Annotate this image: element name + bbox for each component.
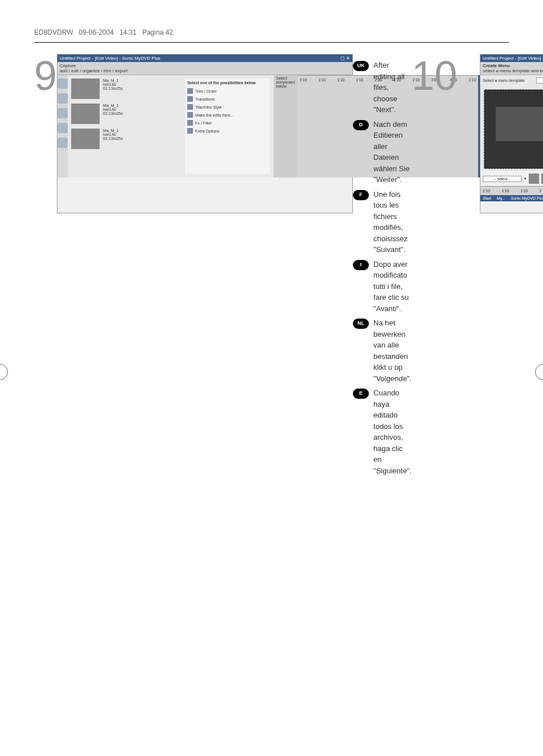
app-header: Create Menu select a menu template and e… — [480, 62, 543, 75]
lang-badge-f: F — [353, 190, 369, 200]
option-icon — [187, 128, 193, 134]
chevron-down-icon[interactable]: ▾ — [524, 176, 526, 181]
lang-badge-d: D — [353, 120, 369, 130]
template-select-label: Select a menu template — [483, 79, 525, 82]
instruction-text: Nach dem Editieren aller Dateien wählen … — [373, 119, 412, 185]
lang-badge-e: E — [353, 389, 369, 399]
thumb-image — [71, 129, 100, 149]
bottom-toolbar: - select - ▾ — [480, 171, 543, 186]
menu-capture[interactable]: Capture — [60, 63, 76, 68]
option-item[interactable]: Transitions — [187, 95, 268, 103]
thumb-filename: hero.tiv — [103, 133, 123, 137]
doc-date: 09-06-2004 — [79, 28, 113, 36]
lang-badge-i: I — [353, 260, 369, 270]
section-subheading: select a menu template and edit the ... — [483, 68, 543, 73]
toolbar-text: add / edit / organize / trim / export — [60, 68, 127, 73]
instruction-text: Une fois tous les fichiers modifiés, cho… — [373, 189, 412, 255]
doc-page-label: Pagina 42 — [142, 28, 173, 36]
tool-icon[interactable] — [57, 93, 68, 104]
thumb-title: Ma_M_1 — [103, 129, 123, 133]
lang-badge-uk: UK — [353, 61, 369, 71]
screenshot-step-9: Untitled Project - [Edit Video] - Sonic … — [57, 54, 353, 213]
dropdown-select[interactable]: - select - — [483, 176, 522, 182]
storyboard-label: Select storyboard below — [274, 75, 297, 177]
option-item[interactable]: Extra Options — [187, 127, 268, 135]
app-title-text: Untitled Project - [Edit Video] - Sonic … — [483, 56, 543, 61]
app-titlebar: Untitled Project - [Edit Video] - Sonic … — [480, 55, 543, 62]
option-item[interactable]: Title/Intro Style — [187, 103, 268, 111]
tool-button[interactable] — [529, 173, 539, 184]
preview-thumb — [496, 107, 543, 141]
tool-icon[interactable] — [57, 123, 68, 133]
thumb-filename: hero.tiv — [103, 82, 123, 86]
crop-mark-icon — [0, 364, 8, 380]
doc-id: ED8DVDRW — [34, 28, 73, 36]
section-heading: Create Menu — [483, 63, 510, 68]
template-select[interactable] — [536, 77, 543, 84]
screenshot-step-10: Untitled Project - [Edit Video] - Sonic … — [480, 54, 543, 213]
lang-badge-nl: NL — [353, 319, 369, 329]
app-title-text: Untitled Project - [Edit Video] - Sonic … — [60, 56, 161, 61]
thumb-image — [71, 79, 100, 99]
step-number-9: 9 — [34, 60, 57, 93]
start-button[interactable]: Start — [483, 196, 491, 200]
app-menubar[interactable]: Capture add / edit / organize / trim / e… — [57, 62, 352, 75]
thumb-filename: hero.tiv — [103, 108, 123, 111]
instruction-text: Na het bewerken van alle bestanden klikt… — [373, 317, 412, 384]
thumb-duration: 01:13m25s — [103, 137, 123, 141]
left-icon-bar — [57, 75, 68, 177]
timeline-ruler[interactable]: 1'10 1'10 1'10 1'10 2'00 1'10 1'10 3'01 … — [480, 186, 543, 195]
task-item[interactable]: My... — [497, 196, 505, 200]
option-item[interactable]: Trim / Order — [187, 87, 268, 95]
instruction-text: After editing all files, choose "Next". — [373, 60, 412, 115]
step-number-10: 10 — [412, 60, 480, 93]
page-header: ED8DVDRW 09-06-2004 14:31 Pagina 42 — [34, 23, 509, 43]
tool-icon[interactable] — [57, 138, 68, 148]
instructions-step-9: UKAfter editing all files, choose "Next"… — [353, 60, 412, 480]
clip-thumb[interactable]: Ma_M_1 hero.tiv 01:13m25s — [71, 129, 185, 149]
options-title: Select one of the possibilities below — [187, 81, 268, 85]
clip-thumb[interactable]: Ma_M_1 hero.tiv 01:13m25s — [71, 79, 185, 99]
doc-time: 14:31 — [120, 28, 137, 36]
thumb-image — [71, 104, 100, 124]
task-item[interactable]: Sonic MyDVD Plus... — [511, 196, 543, 200]
thumb-title: Ma_M_1 — [103, 104, 123, 108]
option-item[interactable]: Make the edits here... — [187, 111, 268, 119]
tool-icon[interactable] — [57, 108, 68, 118]
menu-preview: ➡ — [484, 89, 543, 169]
instruction-text: Cuando haya editado todos los archivos, … — [373, 387, 412, 476]
options-panel: Select one of the possibilities below Tr… — [185, 79, 270, 174]
thumb-duration: 01:13m25s — [103, 111, 123, 115]
option-icon — [187, 120, 193, 126]
window-controls-icon[interactable]: ▢ ✕ — [340, 56, 350, 61]
option-item[interactable]: Fx / Filter — [187, 119, 268, 127]
taskbar[interactable]: Start My... Sonic MyDVD Plus... — [480, 195, 543, 201]
app-titlebar: Untitled Project - [Edit Video] - Sonic … — [57, 55, 352, 62]
option-icon — [187, 88, 193, 94]
option-icon — [187, 104, 193, 110]
clip-thumb[interactable]: Ma_M_1 hero.tiv 01:13m25s — [71, 104, 185, 124]
tool-icon[interactable] — [57, 79, 68, 89]
thumb-duration: 01:13m25s — [103, 86, 123, 90]
crop-mark-icon — [535, 364, 543, 380]
thumb-title: Ma_M_1 — [103, 79, 123, 82]
instruction-text: Dopo aver modificato tutti i file, fare … — [373, 259, 412, 315]
option-icon — [187, 112, 193, 118]
clip-thumbnails: Ma_M_1 hero.tiv 01:13m25s Ma_M_1 hero.ti… — [71, 79, 185, 174]
option-icon — [187, 96, 193, 102]
